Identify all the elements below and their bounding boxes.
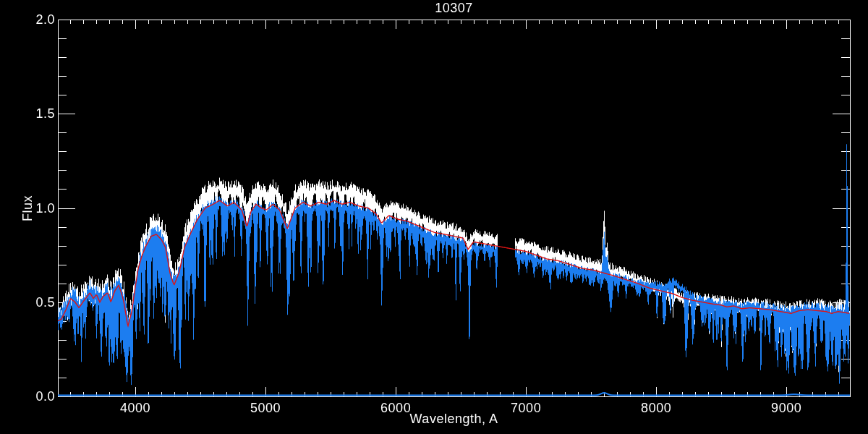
y-tick-label: 1.5	[0, 106, 55, 121]
x-tick-label: 4000	[120, 401, 150, 415]
x-tick-label: 6000	[380, 401, 411, 415]
y-tick-label: 0.5	[0, 295, 55, 310]
y-tick-label: 0.0	[0, 389, 55, 404]
y-tick-label: 2.0	[0, 12, 55, 27]
x-axis-label: Wavelength, A	[410, 412, 498, 426]
x-tick-label: 8000	[641, 401, 671, 415]
spectrum-canvas	[0, 0, 868, 434]
x-tick-label: 7000	[511, 401, 541, 415]
x-tick-label: 5000	[250, 401, 281, 415]
chart-title: 10307	[435, 1, 473, 15]
spectrum-figure: 10307 Wavelength, A Flux 400050006000700…	[0, 0, 868, 434]
y-tick-label: 1.0	[0, 201, 55, 216]
x-tick-label: 9000	[771, 401, 801, 415]
